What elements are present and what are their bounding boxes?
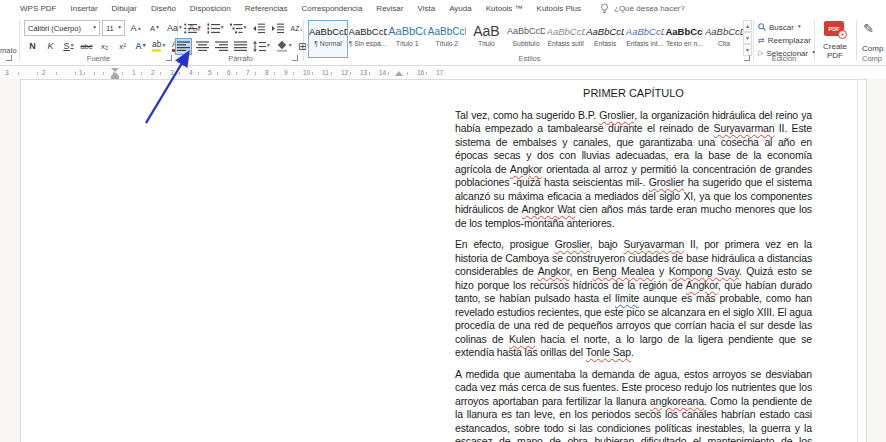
style-título-2[interactable]: AaBbCcDTítulo 2 <box>427 20 467 58</box>
ruler-number: 11 <box>321 69 330 76</box>
style-sample: AaBbCcDc <box>547 25 585 38</box>
style-énfasis[interactable]: AaBbCcDcÉnfasis <box>585 20 625 58</box>
numbered-list-button[interactable]: ▾ <box>205 20 226 37</box>
ruler-number: 8 <box>264 69 270 76</box>
styles-scrollbar: ▲ ▼ ▼ <box>743 20 752 56</box>
tell-me-text: ¿Qué desea hacer? <box>614 4 685 13</box>
increase-indent-button[interactable] <box>269 20 286 37</box>
right-indent-marker[interactable] <box>395 71 403 76</box>
style--normal[interactable]: AaBbCcDc¶ Normal <box>308 20 348 58</box>
font-size-combo[interactable]: 11 ▾ <box>102 20 125 36</box>
tab-dibujar[interactable]: Dibujar <box>112 4 137 13</box>
scroll-up-icon[interactable]: ▲ <box>743 20 752 32</box>
sort-button[interactable]: AZ↓ <box>288 20 305 37</box>
font-name-value: Calibri (Cuerpo) <box>28 24 90 33</box>
paragraph[interactable]: Tal vez, como ha sugerido B.P. Groslier,… <box>455 109 812 231</box>
highlight-button[interactable]: ab▾ <box>150 38 167 55</box>
style-name: Subtítulo <box>507 40 545 47</box>
replace-icon: ⇄ <box>758 36 765 45</box>
tab-kutools-plus[interactable]: Kutools Plus <box>537 4 581 13</box>
style-título-1[interactable]: AaBbCcTítulo 1 <box>387 20 427 58</box>
edition-group-label: Edición <box>756 54 812 63</box>
style-texto-en-n-[interactable]: AaBbCcDcTexto en n... <box>664 20 704 58</box>
document-text-area[interactable]: PRIMER CAPÍTULO Tal vez, como ha sugerid… <box>455 87 812 442</box>
tab-referencias[interactable]: Referencias <box>245 4 288 13</box>
paragraph[interactable]: A medida que aumentaba la demanda de agu… <box>455 368 812 442</box>
underline-button[interactable]: S▾ <box>60 38 77 55</box>
shading-button[interactable]: ▾ <box>274 38 294 55</box>
style-título[interactable]: AaBTítulo <box>466 20 506 58</box>
font-group-label: Fuente <box>22 54 175 63</box>
ruler-number: 16 <box>416 69 425 76</box>
style-name: Título 2 <box>428 40 466 47</box>
tab-correspondencia[interactable]: Correspondencia <box>301 4 362 13</box>
align-left-button[interactable] <box>175 38 192 55</box>
style-énfasis-sutil[interactable]: AaBbCcDcÉnfasis sutil <box>546 20 586 58</box>
copy-format-partial-label[interactable]: mato <box>0 46 17 55</box>
align-right-button[interactable] <box>213 38 230 55</box>
ruler-number: 14 <box>378 69 387 76</box>
tab-revisar[interactable]: Revisar <box>376 4 403 13</box>
tab-dise-o[interactable]: Diseño <box>151 4 176 13</box>
ruler-number: 9 <box>283 69 289 76</box>
create-pdf-label-2[interactable]: PDF <box>817 51 853 60</box>
dialog-launcher-icon[interactable] <box>6 55 12 61</box>
subscript-button[interactable]: x₂ <box>96 38 113 55</box>
spellcheck-word: Groslier <box>555 238 590 250</box>
tell-me-box[interactable]: ¿Qué desea hacer? <box>600 0 685 17</box>
ruler-number: 17 <box>435 69 444 76</box>
text-run: , en <box>569 265 592 277</box>
dialog-launcher-icon[interactable] <box>744 55 750 61</box>
font-group: Calibri (Cuerpo) ▾ 11 ▾ A▾ A▾ Aa▾ A◢ N K… <box>22 17 175 65</box>
style-name: Título <box>467 40 505 47</box>
spellcheck-word: Groslier <box>649 176 685 188</box>
style-subtítulo[interactable]: AaBbCcDcSubtítulo <box>506 20 546 58</box>
left-indent-marker[interactable] <box>110 68 119 79</box>
horizontal-ruler: 32112345678910111213141617 <box>0 68 445 79</box>
spellcheck-word: Angkor Wat <box>522 203 576 215</box>
grow-font-button[interactable]: A▾ <box>127 20 144 37</box>
spellcheck-word: angkoreana <box>650 395 704 407</box>
style--sin-espa-[interactable]: AaBbCcDc¶ Sin espa... <box>348 20 388 58</box>
bullet-list-button[interactable]: ▾ <box>182 20 203 37</box>
style-cita[interactable]: AaBbCcDcCita <box>704 20 744 58</box>
create-pdf-label-1[interactable]: Create <box>817 42 853 51</box>
ruler-number: 5 <box>207 69 213 76</box>
superscript-button[interactable]: x² <box>114 38 131 55</box>
ribbon-tab-row: WPS PDFInsertarDibujarDiseñoDisposiciónR… <box>0 0 886 17</box>
dialog-launcher-icon[interactable] <box>166 55 172 61</box>
text-effects-button[interactable]: A▾ <box>132 38 149 55</box>
style-énfasis-int-[interactable]: AaBbCcDcÉnfasis int... <box>625 20 665 58</box>
find-button[interactable]: Buscar ▾ <box>758 21 801 33</box>
multilevel-list-button[interactable]: ▾ <box>228 20 249 37</box>
text-run: Tal vez, como ha sugerido B.P. <box>455 109 599 121</box>
tab-wps-pdf[interactable]: WPS PDF <box>20 4 56 13</box>
shrink-font-button[interactable]: A▾ <box>146 20 163 37</box>
strikethrough-button[interactable]: abc <box>78 38 95 55</box>
spellcheck-word: Suryavarman <box>623 238 684 250</box>
bold-button[interactable]: N <box>24 38 41 55</box>
clipboard-group: mato <box>0 17 18 65</box>
tab-ayuda[interactable]: Ayuda <box>449 4 472 13</box>
tab-disposici-n[interactable]: Disposición <box>190 4 231 13</box>
tab-insertar[interactable]: Insertar <box>70 4 97 13</box>
create-pdf-button[interactable]: PDF + <box>824 21 844 36</box>
replace-button[interactable]: ⇄ Reemplazar <box>758 34 811 46</box>
style-name: Énfasis int... <box>626 40 664 47</box>
dialog-launcher-icon[interactable] <box>292 55 298 61</box>
scroll-down-icon[interactable]: ▼ <box>743 32 752 44</box>
scrollbar-track[interactable] <box>857 79 858 442</box>
line-spacing-button[interactable]: ▾ <box>251 38 272 55</box>
align-center-button[interactable] <box>194 38 211 55</box>
justify-button[interactable] <box>232 38 249 55</box>
style-sample: AaBbCcDc <box>626 25 664 38</box>
comp-button-label[interactable]: Comp <box>862 44 883 53</box>
italic-button[interactable]: K <box>42 38 59 55</box>
decrease-indent-button[interactable] <box>250 20 267 37</box>
font-name-combo[interactable]: Calibri (Cuerpo) ▾ <box>24 20 100 36</box>
tab-vista[interactable]: Vista <box>417 4 435 13</box>
paragraph[interactable]: En efecto, prosigue Groslier, bajo Surya… <box>455 238 812 360</box>
chevron-down-icon: ▾ <box>93 25 96 31</box>
tab-kutools-[interactable]: Kutools ™ <box>486 4 523 13</box>
pen-icon[interactable]: ✎ <box>863 21 874 36</box>
